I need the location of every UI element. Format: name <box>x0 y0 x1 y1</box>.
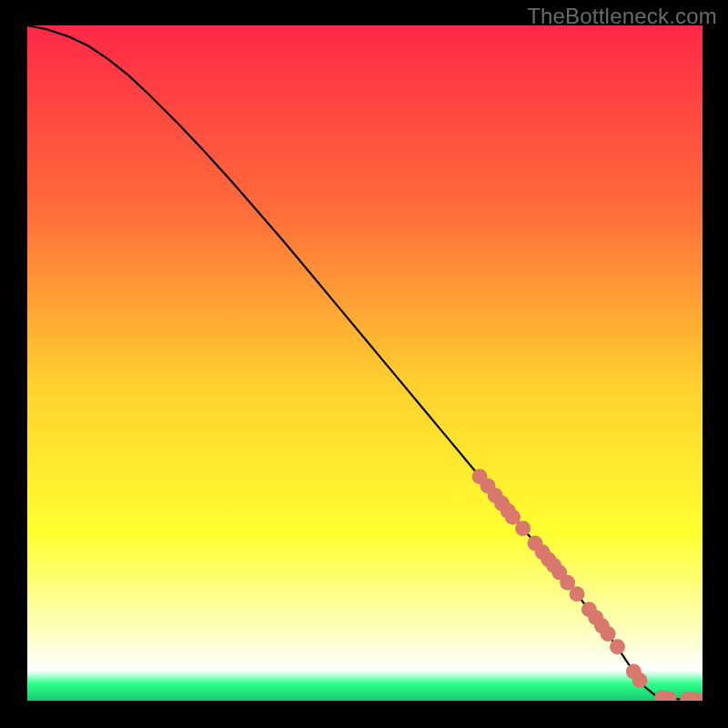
chart-frame: TheBottleneck.com <box>0 0 728 728</box>
chart-svg <box>27 25 703 701</box>
data-dot <box>601 626 616 642</box>
data-dot <box>515 521 531 536</box>
data-dot <box>610 639 625 654</box>
data-dot <box>632 672 647 688</box>
data-dot <box>569 586 584 602</box>
gradient-rect <box>27 25 703 701</box>
plot-area <box>27 25 703 701</box>
